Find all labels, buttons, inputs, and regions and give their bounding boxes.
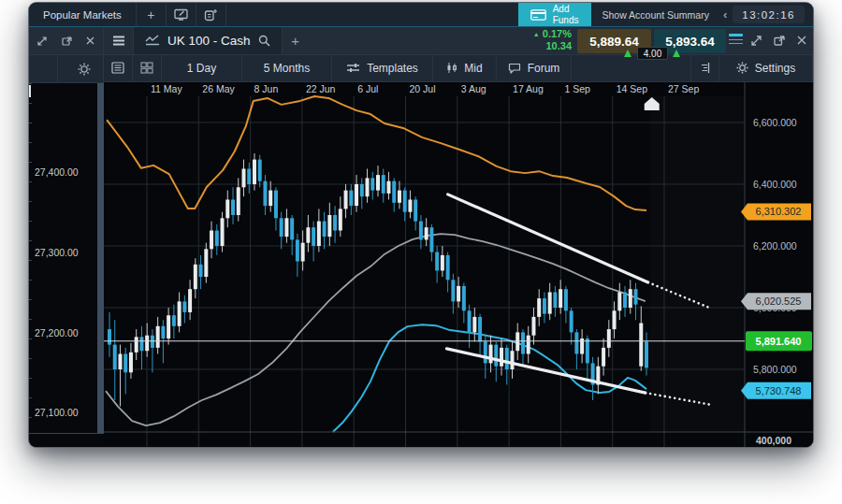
svg-text:5,800.000: 5,800.000 [753,364,797,375]
up-triangle-icon [624,50,632,57]
svg-text:6,200.000: 6,200.000 [753,240,797,252]
top-bar: Popular Markets + [29,3,813,27]
toolbar-spacer [572,55,690,82]
svg-text:3 Aug: 3 Aug [461,83,486,94]
trading-platform-window: Popular Markets + [28,2,814,448]
top-bar-spacer [226,3,518,26]
add-funds-label: Add Funds [553,4,579,25]
left-axis-tick: 27,100.00 [35,407,79,418]
price-chart-svg: 11 May26 May8 Jun22 Jun6 Jul20 Jul3 Aug1… [104,82,814,448]
subpane-divider [29,433,104,434]
popout-icon[interactable] [774,36,785,46]
svg-text:17 Aug: 17 Aug [513,83,544,94]
instrument-tab[interactable]: UK 100 - Cash [134,27,283,54]
svg-text:6,400.000: 6,400.000 [753,179,797,190]
forum-button[interactable]: Forum [497,55,572,82]
grid-icon [140,62,153,74]
speech-bubble-icon [508,63,521,74]
left-axis-tick: 27,300.00 [35,247,79,258]
edit-workspace-button[interactable] [167,3,196,26]
monitor-edit-icon [174,8,188,21]
panel-handle[interactable] [29,85,31,97]
svg-text:22 Jun: 22 Jun [306,83,336,94]
layout-grid-button[interactable] [133,55,162,82]
spread-badge: 4.00 [637,47,668,60]
up-triangle-icon: ▲ [533,31,540,37]
new-deal-button[interactable] [196,3,226,26]
chart-titlebar: UK 100 - Cash + ▲ 0.17% 10.34 [104,27,813,55]
svg-text:6,310.302: 6,310.302 [756,206,802,217]
svg-text:14 Sep: 14 Sep [617,83,647,94]
svg-text:6 Jul: 6 Jul [357,83,378,94]
plus-icon: + [147,7,154,22]
left-chart-panel: 27,400.00 27,300.00 27,200.00 27,100.00 [29,27,104,448]
page-background: Popular Markets + [0,0,842,504]
templates-button[interactable]: Templates [332,55,433,82]
add-workspace-button[interactable]: + [137,3,167,26]
resize-icon[interactable] [37,36,47,46]
svg-text:1 Sep: 1 Sep [564,83,590,94]
svg-text:11 May: 11 May [151,83,182,94]
period-dropdown[interactable]: 5 Months [242,55,332,82]
axis-scale-button[interactable] [690,55,719,82]
popout-icon[interactable] [62,36,72,46]
close-icon[interactable] [86,36,94,45]
list-icon [111,62,124,74]
left-axis-tick: 27,400.00 [35,166,79,178]
chart-toolbar: 1 Day 5 Months Templates [104,55,813,83]
server-clock: 13:02:16 [733,6,805,23]
deal-ticket-plus-icon [204,8,218,22]
search-icon[interactable] [258,35,270,47]
add-chart-tab-button[interactable]: + [283,33,309,49]
candlestick-icon [446,62,457,74]
chart-line-icon [145,35,160,46]
collapse-chevron-icon[interactable]: ‹ [720,3,730,26]
gear-icon[interactable] [78,63,91,76]
depth-bar-icon [729,34,743,36]
up-triangle-icon [673,50,680,57]
left-axis-tick: 27,200.00 [35,327,79,338]
interval-dropdown[interactable]: 1 Day [162,55,242,82]
panel-divider-strip[interactable] [97,83,104,433]
svg-text:400,000: 400,000 [756,435,791,446]
chart-list-button[interactable] [104,55,133,82]
plus-icon: + [291,33,299,49]
show-account-summary-button[interactable]: Show Account Summary [591,3,720,26]
left-panel-toolbar [29,55,104,83]
svg-text:5,891.640: 5,891.640 [756,336,802,347]
hamburger-icon [112,36,125,46]
change-block: ▲ 0.17% 10.34 [514,28,572,52]
main-chart-panel: UK 100 - Cash + ▲ 0.17% 10.34 [104,27,813,448]
chart-canvas[interactable]: 11 May26 May8 Jun22 Jun6 Jul20 Jul3 Aug1… [104,82,813,448]
change-points: 10.34 [514,40,572,52]
close-icon[interactable] [797,36,806,45]
settings-button[interactable]: Settings [719,55,813,82]
gear-icon [736,62,748,74]
add-funds-button[interactable]: Add Funds [518,3,591,26]
svg-text:6,020.525: 6,020.525 [756,295,802,307]
axis-scale-icon [699,62,711,74]
resize-icon[interactable] [751,36,762,46]
left-panel-titlebar [29,27,104,55]
workspace-tab-label: Popular Markets [43,9,122,21]
window-controls [746,27,813,54]
svg-text:27 Sep: 27 Sep [668,83,699,94]
sliders-icon [346,63,360,73]
left-axis-tickmarks [29,83,32,433]
svg-text:20 Jul: 20 Jul [410,83,436,94]
chart-menu-button[interactable] [104,27,134,54]
svg-text:6,600.000: 6,600.000 [753,117,797,128]
credit-card-icon [530,9,546,21]
svg-text:8 Jun: 8 Jun [254,83,279,94]
price-type-dropdown[interactable]: Mid [433,55,497,82]
market-depth-button[interactable] [729,34,743,47]
svg-text:5,730.748: 5,730.748 [756,385,802,396]
change-percent: 0.17% [543,28,572,39]
instrument-name: UK 100 - Cash [167,34,251,48]
workspace-tab-popular-markets[interactable]: Popular Markets [29,3,137,26]
left-chart-canvas[interactable]: 27,400.00 27,300.00 27,200.00 27,100.00 [29,83,104,448]
svg-text:26 May: 26 May [202,83,235,94]
